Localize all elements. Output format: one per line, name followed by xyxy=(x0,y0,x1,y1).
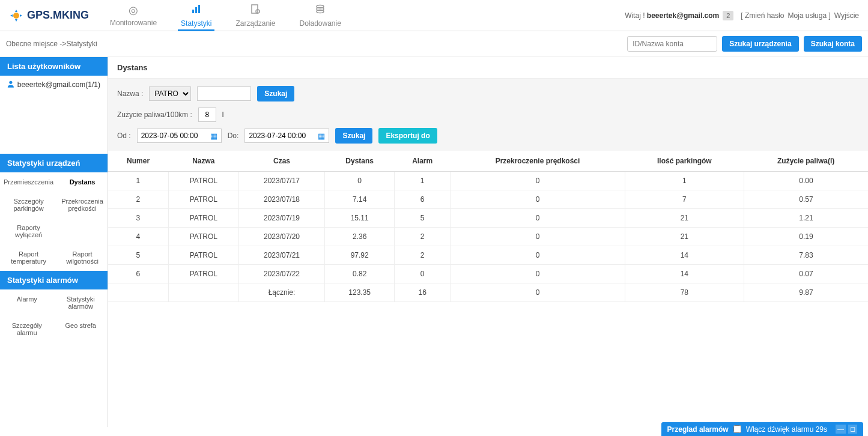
table-cell: 1 xyxy=(108,172,168,190)
table-row: 4PATROL2023/07/202.3620210.19 xyxy=(108,228,868,246)
table-cell: 14 xyxy=(625,265,744,283)
sidebar-link[interactable]: Geo strefa xyxy=(54,316,108,342)
table-cell: 2.36 xyxy=(325,228,395,246)
table-row: 1PATROL2023/07/1701010.00 xyxy=(108,172,868,190)
table-cell: 0 xyxy=(395,265,451,283)
svg-rect-2 xyxy=(195,7,197,13)
table-header: Numer xyxy=(108,151,168,172)
logout-link[interactable]: Wyjście xyxy=(834,11,859,20)
nav-statistics[interactable]: Statystyki xyxy=(169,0,223,31)
panel-title: Dystans xyxy=(108,57,868,79)
change-password-link[interactable]: [ Zmień hasło xyxy=(741,11,784,20)
nav-management[interactable]: Zarządzanie xyxy=(223,0,287,31)
table-cell: 1.21 xyxy=(744,209,868,228)
name-select[interactable]: PATRO xyxy=(149,86,191,101)
nav-recharge[interactable]: Doładowanie xyxy=(287,0,353,31)
maximize-icon[interactable]: ◻ xyxy=(848,425,857,427)
to-date-input[interactable]: ▦ xyxy=(244,129,329,143)
table-cell: 0.82 xyxy=(325,265,395,283)
table-cell xyxy=(168,283,238,302)
table-cell: PATROL xyxy=(168,172,238,190)
table-header: Alarm xyxy=(395,151,451,172)
sidebar-link[interactable]: Raport temperatury xyxy=(0,244,57,271)
table-cell: 2 xyxy=(395,228,451,246)
sidebar-devices-header: Statystyki urządzeń xyxy=(0,154,108,172)
svg-rect-3 xyxy=(198,5,200,13)
account-search-input[interactable] xyxy=(627,36,717,52)
sidebar-link[interactable]: Przekroczenia prędkości xyxy=(57,192,108,218)
document-icon xyxy=(250,4,261,17)
table-cell: 97.92 xyxy=(325,246,395,265)
table-cell: 5 xyxy=(108,246,168,265)
sidebar-link[interactable]: Statystyki alarmów xyxy=(54,289,108,316)
svg-rect-1 xyxy=(192,10,194,13)
sidebar-user-item[interactable]: beeertek@gmail.com(1/1) xyxy=(0,76,108,94)
sidebar: Lista użytkowników beeertek@gmail.com(1/… xyxy=(0,57,108,427)
table-cell: 5 xyxy=(395,209,451,228)
export-button[interactable]: Eksportuj do xyxy=(378,128,437,144)
table-cell: 123.35 xyxy=(325,283,395,302)
calendar-icon[interactable]: ▦ xyxy=(314,132,329,141)
my-service-link[interactable]: Moja usługa ] xyxy=(788,11,830,20)
table-row: 5PATROL2023/07/2197.9220147.83 xyxy=(108,246,868,265)
from-date-input[interactable]: ▦ xyxy=(137,129,222,143)
table-total-row: Łącznie:123.35160789.87 xyxy=(108,283,868,302)
alarm-footer[interactable]: Przeglad alarmów Włącz dźwięk alarmu 29s… xyxy=(661,422,863,427)
table-cell: 6 xyxy=(108,265,168,283)
notification-badge[interactable]: 2 xyxy=(723,11,733,20)
fuel-input[interactable] xyxy=(198,107,216,122)
table-cell: 1 xyxy=(395,172,451,190)
sidebar-link[interactable]: Raporty wyłączeń xyxy=(0,218,57,244)
sidebar-link[interactable]: Dystans xyxy=(57,172,108,192)
search-accounts-button[interactable]: Szukaj konta xyxy=(804,36,862,52)
logo-text: GPS.MKING xyxy=(27,9,89,22)
search-devices-button[interactable]: Szukaj urządzenia xyxy=(722,36,798,52)
to-date-value[interactable] xyxy=(245,129,314,142)
logo: GPS.MKING xyxy=(0,8,98,23)
minimize-icon[interactable]: — xyxy=(836,425,846,427)
table-cell: 2023/07/19 xyxy=(239,209,325,228)
sidebar-link[interactable]: Szczegóły alarmu xyxy=(0,316,54,342)
from-date-value[interactable] xyxy=(138,129,207,142)
table-row: 2PATROL2023/07/187.146070.57 xyxy=(108,190,868,209)
table-cell: 0 xyxy=(451,209,625,228)
search-button[interactable]: Szukaj xyxy=(257,86,294,101)
sidebar-users-header: Lista użytkowników xyxy=(0,57,108,76)
filter-area: Nazwa : PATRO Szukaj Zużycie paliwa/100k… xyxy=(108,79,868,151)
to-label: Do: xyxy=(228,132,239,140)
table-cell: 0 xyxy=(451,283,625,302)
table-header: Ilość parkingów xyxy=(625,151,744,172)
table-row: 6PATROL2023/07/220.8200140.07 xyxy=(108,265,868,283)
table-cell: 0 xyxy=(451,265,625,283)
sidebar-link[interactable]: Przemieszczenia xyxy=(0,172,57,192)
table-cell: 0.57 xyxy=(744,190,868,209)
sidebar-link[interactable]: Raport wilgotności xyxy=(57,244,108,271)
sidebar-link xyxy=(57,218,108,244)
table-cell: PATROL xyxy=(168,190,238,209)
table-cell: 6 xyxy=(395,190,451,209)
alarm-sound-checkbox[interactable] xyxy=(733,425,741,427)
table-cell: Łącznie: xyxy=(239,283,325,302)
table-cell: PATROL xyxy=(168,265,238,283)
name-input[interactable] xyxy=(197,86,251,101)
name-label: Nazwa : xyxy=(117,89,143,98)
nav-label: Statystyki xyxy=(181,19,211,28)
nav-label: Monitorowanie xyxy=(110,19,157,27)
sidebar-user-label: beeertek@gmail.com(1/1) xyxy=(17,80,100,89)
table-cell: 2 xyxy=(395,246,451,265)
sidebar-link[interactable]: Alarmy xyxy=(0,289,54,316)
table-header: Czas xyxy=(239,151,325,172)
breadcrumb: Obecne miejsce ->Statystyki xyxy=(6,40,97,48)
table-cell: PATROL xyxy=(168,228,238,246)
table-cell: 78 xyxy=(625,283,744,302)
footer-sound-label: Włącz dźwięk alarmu 29s xyxy=(746,425,827,428)
nav-monitoring[interactable]: ◎ Monitorowanie xyxy=(98,0,169,31)
svg-point-0 xyxy=(13,13,19,19)
search-button-2[interactable]: Szukaj xyxy=(335,128,372,144)
table-cell: 4 xyxy=(108,228,168,246)
sidebar-link[interactable]: Szczegóły parkingów xyxy=(0,192,57,218)
table-cell: 2023/07/22 xyxy=(239,265,325,283)
calendar-icon[interactable]: ▦ xyxy=(207,132,221,141)
table-cell: 2023/07/21 xyxy=(239,246,325,265)
svg-point-9 xyxy=(9,81,12,84)
